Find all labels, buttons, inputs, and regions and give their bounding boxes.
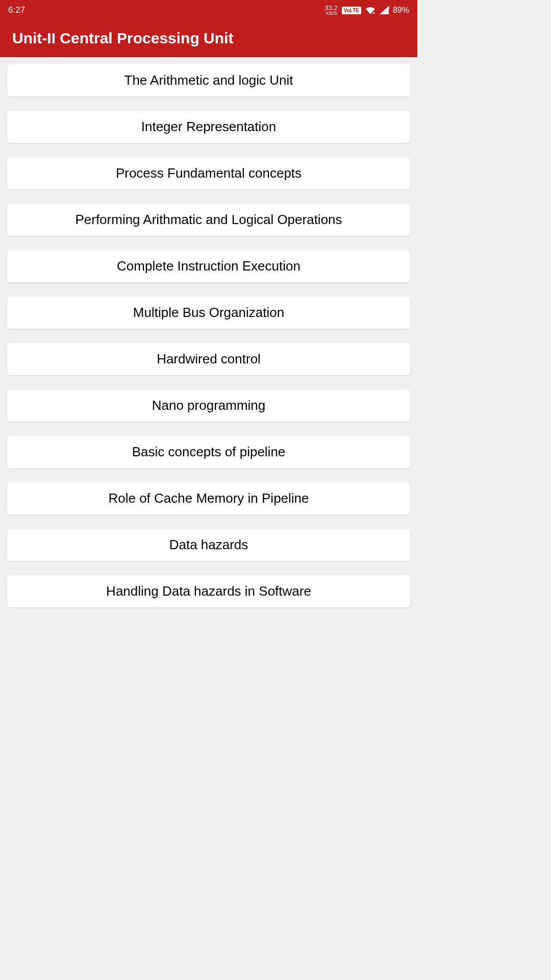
topic-item[interactable]: Role of Cache Memory in Pipeline — [7, 482, 410, 514]
signal-icon: x — [380, 6, 389, 14]
topic-item[interactable]: Handling Data hazards in Software — [7, 575, 410, 607]
signal-x-indicator: x — [387, 5, 390, 10]
topic-item[interactable]: Basic concepts of pipeline — [7, 436, 410, 468]
page-header: Unit-II Central Processing Unit — [0, 20, 417, 57]
network-speed-indicator: 33.2 KB/S — [324, 5, 337, 16]
status-bar: 6:27 33.2 KB/S VoLTE x 89% — [0, 0, 417, 20]
volte-badge: VoLTE — [342, 7, 361, 14]
wifi-icon — [365, 6, 375, 14]
status-indicators: 33.2 KB/S VoLTE x 89% — [324, 5, 409, 16]
topic-item[interactable]: Hardwired control — [7, 343, 410, 375]
topic-item[interactable]: Performing Arithmatic and Logical Operat… — [7, 204, 410, 236]
topic-item[interactable]: Complete Instruction Execution — [7, 250, 410, 282]
topic-item[interactable]: Process Fundamental concepts — [7, 157, 410, 189]
svg-point-0 — [373, 12, 374, 14]
battery-percent: 89% — [393, 6, 409, 15]
topic-item[interactable]: The Arithmetic and logic Unit — [7, 64, 410, 96]
topic-item[interactable]: Data hazards — [7, 529, 410, 561]
topic-item[interactable]: Integer Representation — [7, 111, 410, 143]
page-title: Unit-II Central Processing Unit — [12, 30, 233, 46]
status-time: 6:27 — [8, 5, 25, 15]
topic-item[interactable]: Multiple Bus Organization — [7, 297, 410, 329]
topic-item[interactable]: Nano programming — [7, 389, 410, 422]
topic-list: The Arithmetic and logic Unit Integer Re… — [0, 57, 417, 629]
